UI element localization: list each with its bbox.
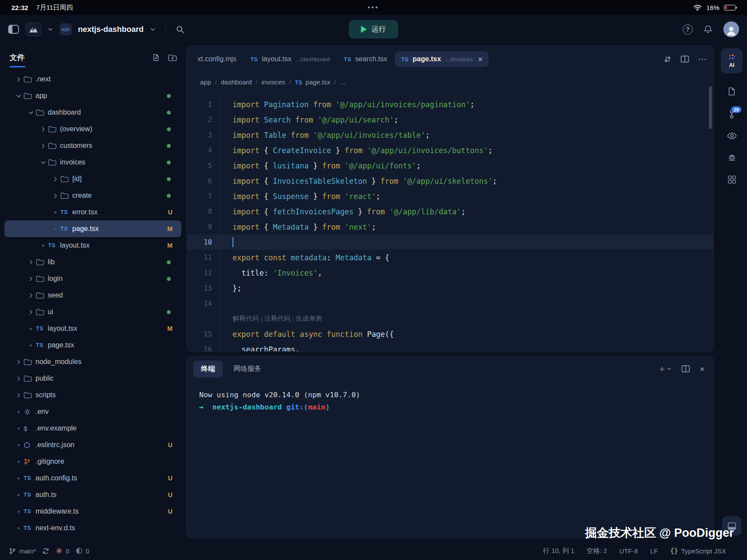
toggle-left-panel-icon[interactable] <box>8 24 19 34</box>
sync-button[interactable] <box>42 547 49 555</box>
chevron-right-icon[interactable] <box>38 126 48 133</box>
chevron-right-icon[interactable] <box>25 292 36 299</box>
chevron-right-icon[interactable] <box>50 192 60 199</box>
close-tab-icon[interactable]: × <box>478 56 483 63</box>
chevron-right-icon[interactable] <box>38 143 48 149</box>
code-line-5[interactable]: 5import { lusitana } from '@/app/ui/font… <box>187 158 713 173</box>
chevron-right-icon[interactable] <box>50 176 60 182</box>
code-line-7[interactable]: 7import { Suspense } from 'react'; <box>187 189 713 204</box>
code-line-10[interactable]: 10 <box>187 234 713 250</box>
tree-item-invoices[interactable]: invoices <box>4 154 181 171</box>
sidebar-title[interactable]: 文件 <box>10 52 25 63</box>
ai-action-1[interactable]: 解释代码 <box>233 315 259 323</box>
tree-item-middleware.ts[interactable]: TSmiddleware.tsU <box>4 503 181 520</box>
project-name[interactable]: nextjs-dashboard <box>78 25 144 34</box>
tree-item-public[interactable]: public <box>4 370 181 387</box>
new-file-icon[interactable] <box>152 53 160 62</box>
tree-item-create[interactable]: create <box>4 187 181 204</box>
tree-item-ui[interactable]: ui <box>4 304 181 320</box>
tree-item-node_modules[interactable]: node_modules <box>4 354 181 370</box>
tree-item-layout.tsx[interactable]: TSlayout.tsxM <box>4 237 181 254</box>
search-icon[interactable] <box>176 25 185 34</box>
tree-item-page.tsx[interactable]: TSpage.tsx <box>4 337 181 354</box>
chevron-down-icon[interactable] <box>13 93 24 99</box>
language-mode[interactable]: {} TypeScript JSX <box>670 547 726 555</box>
chevron-down-icon[interactable] <box>25 109 36 116</box>
code-line-9[interactable]: 9import { Metadata } from 'next'; <box>187 219 713 234</box>
editor-tab-search.tsx[interactable]: TSsearch.tsx <box>338 51 393 67</box>
tree-item-seed[interactable]: seed <box>4 287 181 304</box>
editor-tab-page.tsx[interactable]: TSpage.tsx.../invoices× <box>395 51 489 67</box>
code-line-8[interactable]: 8import { fetchInvoicesPages } from '@/a… <box>187 204 713 219</box>
code-line-12[interactable]: 12 title: 'Invoices', <box>187 265 713 280</box>
code-line-16[interactable]: 16 searchParams, <box>187 342 713 351</box>
git-branch-status[interactable]: main* <box>9 547 36 555</box>
notifications-bell-icon[interactable] <box>703 24 713 34</box>
encoding[interactable]: UTF-8 <box>619 547 638 555</box>
tree-item-layout.tsx[interactable]: TSlayout.tsxM <box>4 320 181 337</box>
code-line-14[interactable]: 14 <box>187 296 713 311</box>
tree-item-dashboard[interactable]: dashboard <box>4 104 181 121</box>
tree-item-app[interactable]: app <box>4 88 181 104</box>
indent-setting[interactable]: 空格: 2 <box>587 547 607 555</box>
code-line-13[interactable]: 13}; <box>187 280 713 296</box>
code-line-11[interactable]: 11export const metadata: Metadata = { <box>187 250 713 265</box>
tree-item-scripts[interactable]: scripts <box>4 387 181 403</box>
chevron-right-icon[interactable] <box>25 259 36 266</box>
terminal-tab-网络服务[interactable]: 网络服务 <box>226 360 269 378</box>
debug-bug-icon[interactable] <box>727 153 736 162</box>
terminal-output[interactable]: Now using node v20.14.0 (npm v10.7.0)→ n… <box>187 381 713 413</box>
tree-item-customers[interactable]: customers <box>4 137 181 154</box>
code-line-4[interactable]: 4import { CreateInvoice } from '@/app/ui… <box>187 143 713 158</box>
code-review-eye-icon[interactable] <box>727 132 737 140</box>
code-line-15[interactable]: 15export default async function Page({ <box>187 326 713 342</box>
compare-changes-icon[interactable] <box>663 55 672 63</box>
tree-item-page.tsx[interactable]: TSpage.tsxM <box>4 220 181 237</box>
project-chevron-down-icon[interactable] <box>150 26 156 32</box>
new-folder-icon[interactable] <box>168 53 177 62</box>
breadcrumb-item-...[interactable]: ... <box>340 78 346 86</box>
breadcrumb-item-page.tsx[interactable]: TSpage.tsx <box>295 78 331 86</box>
code-line-3[interactable]: 3import Table from '@/app/ui/invoices/ta… <box>187 127 713 143</box>
chevron-down-icon[interactable] <box>38 159 48 166</box>
multitask-dots-icon[interactable]: ••• <box>156 4 591 11</box>
tree-item-.eslintrc.json[interactable]: .eslintrc.jsonU <box>4 437 181 453</box>
code-area[interactable]: 1import Pagination from '@/app/ui/invoic… <box>187 91 713 351</box>
breadcrumb-item-invoices[interactable]: invoices <box>261 78 285 86</box>
logo-chevron-down-icon[interactable] <box>47 26 53 32</box>
code-line-1[interactable]: 1import Pagination from '@/app/ui/invoic… <box>187 97 713 112</box>
cursor-position[interactable]: 行 10, 列 1 <box>543 547 574 555</box>
user-avatar[interactable] <box>723 21 739 37</box>
close-panel-icon[interactable]: × <box>700 365 705 373</box>
chevron-right-icon[interactable] <box>25 309 36 315</box>
tree-item-(overview)[interactable]: (overview) <box>4 121 181 137</box>
open-file-icon[interactable] <box>727 87 736 96</box>
editor-scrollbar[interactable] <box>709 86 712 129</box>
chevron-right-icon[interactable] <box>13 375 24 382</box>
tree-item-lib[interactable]: lib <box>4 254 181 270</box>
plugins-grid-icon[interactable] <box>727 175 736 184</box>
line-ending[interactable]: LF <box>650 547 658 555</box>
tree-item-error.tsx[interactable]: TSerror.tsxU <box>4 204 181 220</box>
tree-item-.env.example[interactable]: $.env.example <box>4 420 181 437</box>
editor-tab-xt.config.mjs[interactable]: xt.config.mjs <box>191 51 243 67</box>
split-terminal-icon[interactable] <box>681 365 690 373</box>
commits-icon[interactable]: 29 <box>727 109 736 119</box>
tree-item-.env[interactable]: .env <box>4 403 181 420</box>
tree-item-.next[interactable]: .next <box>4 71 181 88</box>
ai-assistant-button[interactable]: AI <box>721 48 743 74</box>
warning-count[interactable]: 0 <box>76 547 89 555</box>
code-line-6[interactable]: 6import { InvoicesTableSkeleton } from '… <box>187 173 713 189</box>
error-count[interactable]: 0 <box>56 547 69 555</box>
chevron-right-icon[interactable] <box>25 276 36 282</box>
tree-item-auth.config.ts[interactable]: TSauth.config.tsU <box>4 470 181 486</box>
tree-item-login[interactable]: login <box>4 270 181 287</box>
tree-item-[id][interactable]: [id] <box>4 171 181 187</box>
breadcrumb-item-dashboard[interactable]: dashboard <box>221 78 252 86</box>
ai-action-3[interactable]: 生成单测 <box>296 315 322 323</box>
chevron-right-icon[interactable] <box>13 359 24 365</box>
terminal-tab-终端[interactable]: 终端 <box>193 360 223 378</box>
tree-item-.gitignore[interactable]: .gitignore <box>4 453 181 470</box>
ai-action-2[interactable]: 注释代码 <box>264 315 290 323</box>
chevron-right-icon[interactable] <box>13 392 24 399</box>
